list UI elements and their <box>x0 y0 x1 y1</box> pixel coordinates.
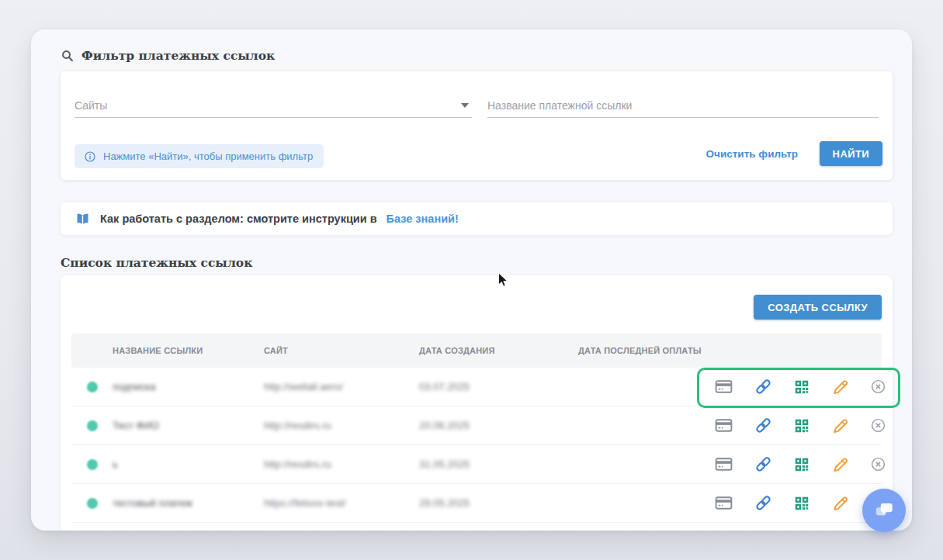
table-row: подписка http://weltall.aero/ 03.07.2025 <box>71 368 882 406</box>
card-icon[interactable] <box>714 455 733 474</box>
table-row: ь http://resdirs.ru 31.05.2025 <box>71 445 882 484</box>
qr-icon[interactable] <box>793 495 810 512</box>
clear-filter-button[interactable]: Очистить фильтр <box>706 148 798 160</box>
filter-hint-text: Нажмите «Найти», чтобы применить фильтр <box>103 150 313 162</box>
status-dot <box>87 382 98 392</box>
link-icon[interactable] <box>754 417 772 434</box>
link-name-cell: подписка <box>113 381 264 392</box>
delete-icon[interactable] <box>870 417 886 434</box>
card-icon[interactable] <box>714 493 733 513</box>
edit-icon[interactable] <box>831 378 849 396</box>
qr-icon[interactable] <box>793 417 810 434</box>
create-link-button[interactable]: СОЗДАТЬ ССЫЛКУ <box>754 295 882 320</box>
table-row: тестовый платеж https://fetisov-test/ 29… <box>71 484 882 523</box>
column-header-name: НАЗВАНИЕ ССЫЛКИ <box>113 346 264 355</box>
table-header-row: НАЗВАНИЕ ССЫЛКИ САЙТ ДАТА СОЗДАНИЯ ДАТА … <box>71 334 882 368</box>
table-row: Тест ФИО http://resdirs.ru 20.06.2025 <box>71 406 882 445</box>
link-name-input[interactable] <box>487 93 879 118</box>
delete-icon[interactable] <box>870 456 886 472</box>
link-name-cell: тестовый платеж <box>113 497 264 509</box>
info-icon <box>84 150 96 163</box>
find-button[interactable]: НАЙТИ <box>820 141 882 166</box>
chevron-down-icon <box>461 103 469 108</box>
help-bar-text: Как работать с разделом: смотрите инстру… <box>100 213 377 225</box>
filter-hint: Нажмите «Найти», чтобы применить фильтр <box>75 144 324 168</box>
sites-select-placeholder: Сайты <box>75 99 107 112</box>
links-table-card: СОЗДАТЬ ССЫЛКУ НАЗВАНИЕ ССЫЛКИ САЙТ ДАТА… <box>61 275 893 531</box>
filter-section-title: Фильтр платежных ссылок <box>61 48 275 63</box>
link-icon[interactable] <box>754 378 772 396</box>
main-panel: Фильтр платежных ссылок Сайты Нажмите «Н… <box>31 29 912 531</box>
site-cell: https://fetisov-test/ <box>264 497 419 509</box>
column-header-last-payment: ДАТА ПОСЛЕДНЕЙ ОПЛАТЫ <box>578 346 714 355</box>
link-name-cell: ь <box>113 458 264 470</box>
edit-icon[interactable] <box>831 417 849 434</box>
link-icon[interactable] <box>754 494 772 512</box>
column-header-site: САЙТ <box>264 346 419 355</box>
created-date-cell: 29.05.2025 <box>419 497 578 509</box>
filter-card: Сайты Нажмите «Найти», чтобы применить ф… <box>61 71 893 180</box>
created-date-cell: 03.07.2025 <box>419 381 578 392</box>
link-icon[interactable] <box>754 455 772 473</box>
filter-title-label: Фильтр платежных ссылок <box>81 48 275 63</box>
site-cell: http://weltall.aero/ <box>264 381 419 392</box>
status-dot <box>87 498 98 509</box>
card-icon[interactable] <box>714 416 733 435</box>
qr-icon[interactable] <box>793 456 810 473</box>
row-actions <box>714 377 893 396</box>
status-dot <box>87 459 98 470</box>
knowledge-base-link[interactable]: Базе знаний! <box>387 213 459 225</box>
column-header-created: ДАТА СОЗДАНИЯ <box>419 346 578 355</box>
search-icon <box>61 49 75 63</box>
links-table: НАЗВАНИЕ ССЫЛКИ САЙТ ДАТА СОЗДАНИЯ ДАТА … <box>71 334 882 523</box>
status-dot <box>87 420 98 431</box>
site-cell: http://resdirs.ru <box>264 420 419 431</box>
delete-icon[interactable] <box>870 379 886 395</box>
chat-bubbles-icon <box>872 499 896 522</box>
book-icon <box>75 211 91 227</box>
help-bar: Как работать с разделом: смотрите инстру… <box>61 202 893 235</box>
site-cell: http://resdirs.ru <box>264 458 419 470</box>
edit-icon[interactable] <box>831 455 849 473</box>
card-icon[interactable] <box>714 377 733 396</box>
list-section-title: Список платежных ссылок <box>61 255 252 270</box>
chat-button[interactable] <box>862 489 906 532</box>
link-name-cell: Тест ФИО <box>113 420 264 431</box>
sites-select[interactable]: Сайты <box>75 93 472 118</box>
created-date-cell: 20.06.2025 <box>419 420 578 431</box>
edit-icon[interactable] <box>831 494 849 512</box>
qr-icon[interactable] <box>793 379 810 396</box>
row-actions <box>714 455 893 474</box>
row-actions <box>714 416 893 435</box>
created-date-cell: 31.05.2025 <box>419 458 578 470</box>
